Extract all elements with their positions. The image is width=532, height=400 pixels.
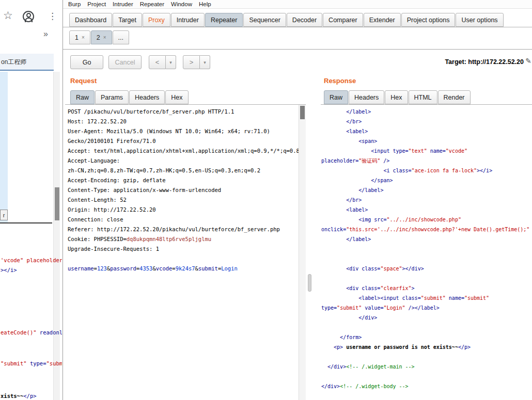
source-fragment: ></i> <box>1 266 17 274</box>
cancel-button[interactable]: Cancel <box>108 55 142 69</box>
menu-project[interactable]: Project <box>87 0 106 8</box>
subtab-divider <box>63 49 532 50</box>
prev-dropdown-icon[interactable]: ▾ <box>166 55 176 69</box>
code-line: <label> <box>321 126 532 136</box>
code-line <box>68 254 299 264</box>
code-line: zh-CN,zh;q=0.8,zh-TW;q=0.7,zh-HK;q=0.5,e… <box>68 166 299 175</box>
code-line: </br> <box>321 117 532 126</box>
code-line: Origin: http://172.22.52.20 <box>68 205 299 215</box>
code-line: <p> username or password is not exists~~… <box>321 342 532 352</box>
request-tab-params[interactable]: Params <box>95 90 129 104</box>
browser-scrollbar-thumb[interactable] <box>55 187 59 220</box>
code-line <box>321 372 532 381</box>
response-tab-render[interactable]: Render <box>438 90 471 104</box>
request-editor[interactable]: POST /pikachu/vul/burteforce/bf_server.p… <box>65 105 299 400</box>
request-tab-hex[interactable]: Hex <box>165 90 188 104</box>
profile-avatar-icon[interactable] <box>23 11 34 22</box>
close-tab-icon[interactable]: × <box>103 35 106 40</box>
repeater-tab-2[interactable]: 2× <box>91 30 112 44</box>
next-arrow-icon[interactable]: > <box>183 55 200 69</box>
code-line: Cookie: PHPSESSID=dq8ukpqmn48ltp6rve5plj… <box>68 234 299 244</box>
tab-dashboard[interactable]: Dashboard <box>69 13 112 27</box>
response-panel: Response RawHeadersHexHTMLRender </label… <box>321 75 532 400</box>
repeater-tab-label: 1 <box>75 34 79 41</box>
bookmarks-overflow-icon[interactable]: » <box>43 29 48 39</box>
side-tab[interactable]: r <box>0 210 8 220</box>
code-line: onclick="this.src='../../inc/showvcode.p… <box>321 225 532 234</box>
tab-user-options[interactable]: User options <box>456 13 503 27</box>
response-editor[interactable]: </label> </br> <label> <span> <input typ… <box>321 105 532 400</box>
prev-request-button[interactable]: < ▾ <box>149 55 176 69</box>
main-tab-bar: DashboardTargetProxyIntruderRepeaterSequ… <box>69 13 504 27</box>
tab-comparer[interactable]: Comparer <box>323 13 363 27</box>
code-line: </label> <box>321 185 532 195</box>
background-browser-window: ☆ ⋮ » on工程师 r 'vcode" placeholder="></i>… <box>0 0 62 400</box>
browser-tab[interactable]: on工程师 <box>0 54 54 71</box>
tab-repeater[interactable]: Repeater <box>205 13 243 27</box>
response-title: Response <box>324 77 356 85</box>
close-tab-icon[interactable]: × <box>82 35 85 40</box>
code-line: type="submit" value="Login" /></label> <box>321 303 532 313</box>
response-tab-hex[interactable]: Hex <box>385 90 408 104</box>
menu-help[interactable]: Help <box>199 0 211 8</box>
burp-suite-window: BurpProjectIntruderRepeaterWindowHelp Da… <box>62 0 532 400</box>
source-fragment: "submit" type="submit" <box>1 360 62 367</box>
response-tab-headers[interactable]: Headers <box>349 90 384 104</box>
go-button[interactable]: Go <box>70 55 103 69</box>
request-scrollbar-thumb[interactable] <box>300 106 305 119</box>
code-line: <label><input class="submit" name="submi… <box>321 293 532 303</box>
request-tab-raw[interactable]: Raw <box>70 90 95 104</box>
code-line: Accept-Language: <box>68 156 299 166</box>
tab-proxy[interactable]: Proxy <box>143 13 170 27</box>
menu-window[interactable]: Window <box>171 0 192 8</box>
bookmark-star-icon[interactable]: ☆ <box>3 9 13 22</box>
tab-decoder[interactable]: Decoder <box>287 13 322 27</box>
request-panel: Request RawParamsHeadersHex POST /pikach… <box>65 75 306 400</box>
code-line: placeholder="验证码" /> <box>321 156 532 166</box>
code-line: <i class="ace-icon fa fa-lock"></i> <box>321 166 532 175</box>
request-tab-headers[interactable]: Headers <box>129 90 165 104</box>
repeater-tab-label: ... <box>118 34 123 41</box>
source-fragment: 'vcode" placeholder=" <box>1 257 62 264</box>
code-line: Host: 172.22.52.20 <box>68 117 299 126</box>
tab-project-options[interactable]: Project options <box>401 13 456 27</box>
menu-burp[interactable]: Burp <box>68 0 81 8</box>
target-label: Target: <box>445 58 466 66</box>
menu-intruder[interactable]: Intruder <box>113 0 133 8</box>
tab-intruder[interactable]: Intruder <box>171 13 205 27</box>
code-line: </span> <box>321 175 532 185</box>
code-line: </div> <box>321 313 532 323</box>
code-line: <label> <box>321 205 532 215</box>
browser-scrollbar[interactable] <box>53 72 60 400</box>
response-tab-raw[interactable]: Raw <box>324 90 348 104</box>
browser-menu-icon[interactable]: ⋮ <box>48 11 57 22</box>
repeater-tab-1[interactable]: 1× <box>69 30 90 44</box>
code-line: Accept: text/html,application/xhtml+xml,… <box>68 146 299 156</box>
tab-bar-divider <box>63 27 532 27</box>
source-fragment: eateCode()" readonly= <box>1 329 62 336</box>
code-line: Referer: http://172.22.52.20/pikachu/vul… <box>68 225 299 234</box>
tab-extender[interactable]: Extender <box>364 13 401 27</box>
repeater-tab-more[interactable]: ... <box>113 30 129 44</box>
code-line: Content-Type: application/x-www-form-url… <box>68 185 299 195</box>
menu-repeater[interactable]: Repeater <box>140 0 164 8</box>
repeater-tab-bar: 1×2×... <box>69 30 130 44</box>
prev-arrow-icon[interactable]: < <box>149 55 166 69</box>
code-line: User-Agent: Mozilla/5.0 (Windows NT 10.0… <box>68 126 299 136</box>
target-indicator: Target: http://172.22.52.20 <box>445 58 524 66</box>
code-line <box>321 244 532 254</box>
next-dropdown-icon[interactable]: ▾ <box>200 55 210 69</box>
request-scrollbar[interactable] <box>299 105 306 400</box>
tab-sequencer[interactable]: Sequencer <box>243 13 286 27</box>
next-request-button[interactable]: > ▾ <box>183 55 210 69</box>
code-line: </label> <box>321 234 532 244</box>
panel-splitter-handle[interactable] <box>308 274 311 292</box>
response-tab-html[interactable]: HTML <box>409 90 437 104</box>
code-line: username=123&password=4353&vcode=9k24s7&… <box>68 264 299 274</box>
code-line: </label> <box>321 107 532 117</box>
browser-tab-title: on工程师 <box>1 58 26 67</box>
code-line: Accept-Encoding: gzip, deflate <box>68 175 299 185</box>
edit-target-icon[interactable]: ✎ <box>525 57 531 65</box>
code-line: Connection: close <box>68 215 299 225</box>
tab-target[interactable]: Target <box>113 13 142 27</box>
